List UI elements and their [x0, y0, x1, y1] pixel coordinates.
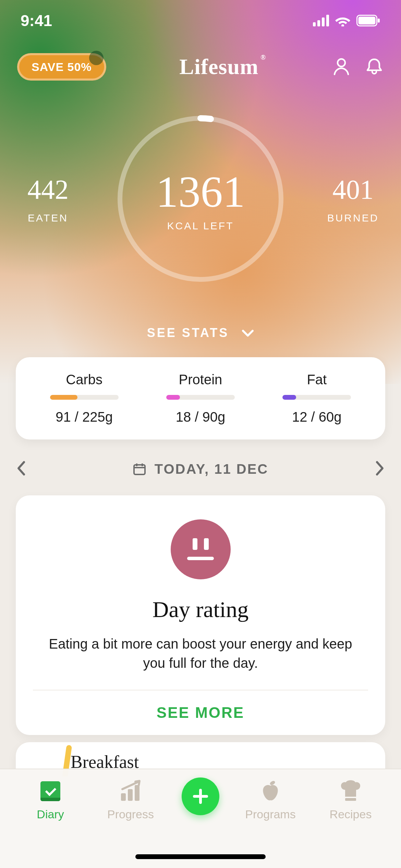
- battery-icon: [356, 15, 380, 26]
- macro-value: 91 / 225g: [33, 409, 136, 425]
- svg-rect-2: [378, 19, 380, 23]
- tab-label: Recipes: [330, 808, 372, 821]
- chevron-left-icon: [16, 460, 26, 477]
- svg-rect-9: [121, 793, 126, 801]
- add-button[interactable]: [177, 780, 224, 815]
- home-indicator[interactable]: [135, 854, 266, 859]
- svg-rect-1: [359, 17, 376, 25]
- day-rating-title: Day rating: [33, 596, 368, 623]
- next-day-button[interactable]: [375, 460, 385, 478]
- macro-carbs: Carbs 91 / 225g: [33, 372, 136, 425]
- calendar-icon: [133, 462, 146, 476]
- svg-rect-5: [134, 465, 145, 474]
- tab-progress[interactable]: Progress: [96, 780, 165, 821]
- macro-name: Carbs: [33, 372, 136, 387]
- status-indicators: [313, 15, 380, 26]
- svg-rect-10: [128, 789, 133, 801]
- chevron-right-icon: [375, 460, 385, 477]
- plus-icon: [182, 777, 219, 815]
- tab-label: Programs: [245, 808, 295, 821]
- app-header: SAVE 50% Lifesum®: [0, 46, 401, 87]
- see-stats-label: SEE STATS: [147, 326, 229, 340]
- tab-programs[interactable]: Programs: [236, 780, 305, 821]
- wifi-icon: [335, 15, 350, 26]
- macro-name: Fat: [265, 372, 368, 387]
- status-time: 9:41: [21, 11, 52, 30]
- macro-bar: [282, 395, 351, 400]
- bottom-tab-bar: Diary Progress Programs Recipes: [0, 769, 401, 868]
- macro-name: Protein: [149, 372, 252, 387]
- profile-icon[interactable]: [332, 57, 351, 77]
- macro-bar: [50, 395, 119, 400]
- tab-label: Diary: [37, 808, 64, 821]
- kcal-left-value: 1361: [156, 166, 245, 217]
- burned-value: 401: [310, 174, 396, 205]
- eaten-value: 442: [5, 174, 91, 205]
- eaten-label: EATEN: [5, 212, 91, 224]
- macro-value: 18 / 90g: [149, 409, 252, 425]
- see-stats-button[interactable]: SEE STATS: [0, 326, 401, 341]
- macros-card[interactable]: Carbs 91 / 225g Protein 18 / 90g Fat 12 …: [16, 357, 385, 439]
- chevron-down-icon: [242, 326, 254, 341]
- chef-hat-icon: [339, 780, 362, 803]
- date-picker-button[interactable]: TODAY, 11 DEC: [133, 461, 268, 477]
- bell-icon[interactable]: [365, 57, 384, 77]
- day-rating-card: Day rating Eating a bit more can boost y…: [16, 495, 385, 735]
- macro-bar: [166, 395, 235, 400]
- kcal-left-label: KCAL LEFT: [167, 220, 234, 232]
- macro-value: 12 / 60g: [265, 409, 368, 425]
- status-bar: 9:41: [0, 0, 401, 41]
- tab-diary[interactable]: Diary: [16, 780, 85, 821]
- calorie-summary: 442 EATEN 1361 KCAL LEFT 401 BURNED: [0, 113, 401, 285]
- eaten-block: 442 EATEN: [5, 174, 91, 224]
- neutral-face-icon: [171, 519, 231, 579]
- date-navigator: TODAY, 11 DEC: [16, 455, 385, 483]
- burned-label: BURNED: [310, 212, 396, 224]
- tab-recipes[interactable]: Recipes: [316, 780, 385, 821]
- burned-block: 401 BURNED: [310, 174, 396, 224]
- apple-icon: [259, 780, 282, 803]
- prev-day-button[interactable]: [16, 460, 26, 478]
- logo-area: Lifesum®: [106, 54, 332, 80]
- svg-rect-11: [135, 785, 139, 801]
- diary-icon: [40, 781, 60, 801]
- svg-point-3: [338, 59, 345, 67]
- kcal-ring[interactable]: 1361 KCAL LEFT: [115, 113, 286, 285]
- dot-decoration: [89, 51, 104, 65]
- app-logo: Lifesum®: [179, 54, 258, 80]
- day-rating-text: Eating a bit more can boost your energy …: [33, 634, 368, 690]
- progress-icon: [119, 780, 142, 803]
- macro-fat: Fat 12 / 60g: [265, 372, 368, 425]
- date-label: TODAY, 11 DEC: [155, 461, 268, 477]
- svg-point-14: [269, 780, 276, 786]
- tab-label: Progress: [107, 808, 154, 821]
- cellular-icon: [313, 15, 329, 26]
- macro-protein: Protein 18 / 90g: [149, 372, 252, 425]
- save-offer-label: SAVE 50%: [32, 60, 92, 74]
- svg-rect-15: [345, 798, 356, 801]
- see-more-button[interactable]: SEE MORE: [33, 690, 368, 721]
